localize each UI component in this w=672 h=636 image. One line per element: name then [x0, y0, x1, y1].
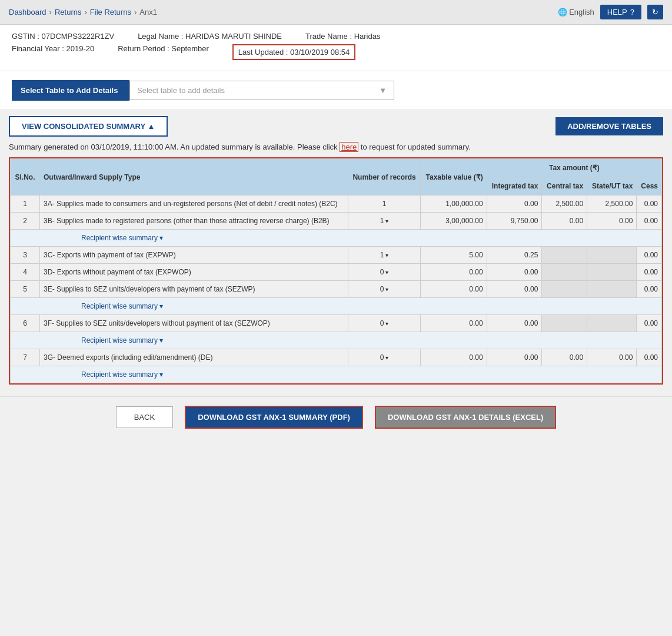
num-records-badge: 0 ▾ [380, 353, 389, 362]
th-tax-amount: Tax amount (₹) [487, 159, 661, 177]
integrated-tax-cell: 0.00 [487, 315, 542, 332]
state-tax-cell: 0.00 [587, 213, 637, 230]
taxable-value-cell: 5.00 [421, 247, 487, 264]
cess-cell: 0.00 [637, 196, 662, 213]
top-nav-right: 🌐 English HELP ? ↻ [558, 5, 663, 19]
recipient-wise-summary-cell[interactable]: Recipient wise summary ▾ [11, 332, 662, 349]
recipient-row[interactable]: Recipient wise summary ▾ [11, 332, 662, 349]
recipient-row[interactable]: Recipient wise summary ▾ [11, 230, 662, 247]
num-records-badge: 0 ▾ [380, 285, 389, 293]
chevron-down-icon[interactable]: ▾ [385, 355, 388, 361]
taxable-value-cell: 3,00,000.00 [421, 213, 487, 230]
gstin-info: GSTIN : 07DCMPS3222R1ZV [12, 32, 114, 41]
recipient-row[interactable]: Recipient wise summary ▾ [11, 298, 662, 315]
taxable-value-cell: 1,00,000.00 [421, 196, 487, 213]
num-records-cell: 0 ▾ [348, 349, 421, 366]
num-records-badge: 1 ▾ [380, 251, 389, 259]
chevron-down-icon[interactable]: ▾ [385, 218, 388, 224]
recipient-row[interactable]: Recipient wise summary ▾ [11, 366, 662, 383]
refresh-button[interactable]: ↻ [647, 5, 663, 19]
slno-cell: 2 [11, 213, 40, 230]
th-cess: Cess [637, 177, 662, 196]
taxable-value-cell: 0.00 [421, 349, 487, 366]
num-records-cell: 1 ▾ [348, 213, 421, 230]
summary-table-container: Sl.No. Outward/Inward Supply Type Number… [9, 157, 663, 385]
breadcrumb-file-returns[interactable]: File Returns [90, 8, 131, 16]
info-row-1: GSTIN : 07DCMPS3222R1ZV Legal Name : HAR… [12, 32, 660, 41]
recipient-wise-link[interactable]: Recipient wise summary ▾ [81, 234, 163, 242]
th-taxable-value: Taxable value (₹) [421, 159, 487, 196]
cess-cell: 0.00 [637, 213, 662, 230]
integrated-tax-cell: 0.25 [487, 247, 542, 264]
here-link[interactable]: here [340, 142, 358, 152]
select-table-dropdown[interactable]: Select table to add details ▼ [129, 81, 394, 100]
th-state-ut-tax: State/UT tax [587, 177, 637, 196]
summary-table: Sl.No. Outward/Inward Supply Type Number… [10, 158, 662, 383]
main-content: VIEW CONSOLIDATED SUMMARY ▲ ADD/REMOVE T… [0, 110, 672, 390]
help-button[interactable]: HELP ? [600, 5, 641, 19]
add-remove-tables-button[interactable]: ADD/REMOVE TABLES [555, 117, 663, 135]
num-records-badge: 0 ▾ [380, 268, 389, 276]
breadcrumb-returns[interactable]: Returns [55, 8, 82, 16]
summary-message: Summary generated on 03/10/2019, 11:10:0… [9, 143, 663, 151]
help-icon: ? [630, 8, 634, 16]
th-integrated-tax: Integrated tax [487, 177, 542, 196]
return-period-info: Return Period : September [118, 44, 209, 60]
table-row: 2 3B- Supplies made to registered person… [11, 213, 662, 230]
central-tax-cell [542, 264, 587, 281]
chevron-down-icon[interactable]: ▾ [385, 252, 388, 259]
recipient-wise-summary-cell[interactable]: Recipient wise summary ▾ [11, 230, 662, 247]
taxable-value-cell: 0.00 [421, 264, 487, 281]
breadcrumb-dashboard[interactable]: Dashboard [9, 8, 46, 16]
last-updated-info: Last Updated : 03/10/2019 08:54 [232, 44, 355, 60]
download-pdf-button[interactable]: DOWNLOAD GST ANX-1 SUMMARY (PDF) [185, 406, 363, 429]
integrated-tax-cell: 0.00 [487, 281, 542, 298]
th-slno: Sl.No. [11, 159, 40, 196]
recipient-wise-link[interactable]: Recipient wise summary ▾ [81, 302, 163, 310]
num-records-cell: 0 ▾ [348, 281, 421, 298]
chevron-down-icon[interactable]: ▾ [385, 269, 388, 276]
num-records-cell: 1 ▾ [348, 247, 421, 264]
select-table-label: Select Table to Add Details [12, 80, 129, 101]
cess-cell: 0.00 [637, 247, 662, 264]
recipient-wise-summary-cell[interactable]: Recipient wise summary ▾ [11, 366, 662, 383]
back-button[interactable]: BACK [116, 406, 173, 428]
table-row: 5 3E- Supplies to SEZ units/developers w… [11, 281, 662, 298]
cess-cell: 0.00 [637, 281, 662, 298]
download-excel-button[interactable]: DOWNLOAD GST ANX-1 DETAILS (EXCEL) [375, 406, 556, 429]
th-supply-type: Outward/Inward Supply Type [40, 159, 348, 196]
slno-cell: 4 [11, 264, 40, 281]
integrated-tax-cell: 0.00 [487, 196, 542, 213]
chevron-down-icon[interactable]: ▾ [385, 320, 388, 327]
view-consolidated-button[interactable]: VIEW CONSOLIDATED SUMMARY ▲ [9, 116, 168, 137]
table-row: 1 3A- Supplies made to consumers and un-… [11, 196, 662, 213]
table-row: 3 3C- Exports with payment of tax (EXPWP… [11, 247, 662, 264]
supply-type-cell: 3B- Supplies made to registered persons … [40, 213, 348, 230]
num-records-cell: 0 ▾ [348, 315, 421, 332]
supply-type-cell: 3D- Exports without payment of tax (EXPW… [40, 264, 348, 281]
table-scroll-area[interactable]: Sl.No. Outward/Inward Supply Type Number… [10, 158, 662, 383]
supply-type-cell: 3A- Supplies made to consumers and un-re… [40, 196, 348, 213]
breadcrumb: Dashboard › Returns › File Returns › Anx… [9, 8, 157, 16]
breadcrumb-current: Anx1 [139, 8, 157, 16]
num-records-value: 1 [382, 200, 387, 208]
chevron-down-icon[interactable]: ▾ [385, 286, 388, 293]
central-tax-cell [542, 281, 587, 298]
legal-name-info: Legal Name : HARIDAS MARUTI SHINDE [138, 32, 282, 41]
num-records-badge: 1 ▾ [380, 217, 389, 225]
table-row: 6 3F- Supplies to SEZ units/developers w… [11, 315, 662, 332]
state-tax-cell: 2,500.00 [587, 196, 637, 213]
recipient-wise-summary-cell[interactable]: Recipient wise summary ▾ [11, 298, 662, 315]
cess-cell: 0.00 [637, 264, 662, 281]
integrated-tax-cell: 0.00 [487, 264, 542, 281]
supply-type-cell: 3C- Exports with payment of tax (EXPWP) [40, 247, 348, 264]
cess-cell: 0.00 [637, 349, 662, 366]
state-tax-cell: 0.00 [587, 349, 637, 366]
info-row-2: Financial Year : 2019-20 Return Period :… [12, 44, 660, 60]
language-selector[interactable]: 🌐 English [558, 8, 594, 16]
recipient-wise-link[interactable]: Recipient wise summary ▾ [81, 336, 163, 344]
select-row: Select Table to Add Details Select table… [12, 80, 660, 101]
recipient-wise-link[interactable]: Recipient wise summary ▾ [81, 370, 163, 379]
slno-cell: 3 [11, 247, 40, 264]
state-tax-cell [587, 264, 637, 281]
